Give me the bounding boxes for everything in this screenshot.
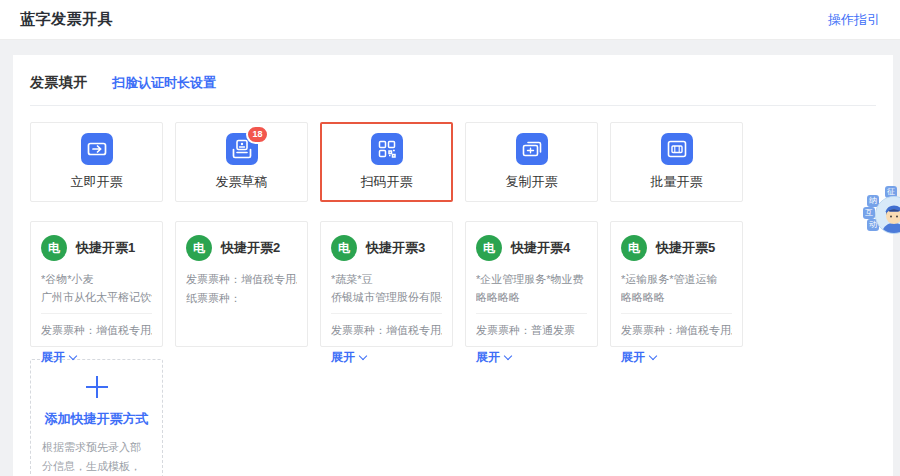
quick-card-detail: *运输服务*管道运输 略略略略 <box>621 270 732 306</box>
copy-ticket-icon <box>516 133 548 165</box>
tax-interaction-mascot[interactable]: 征 纳 互 动 <box>858 186 900 246</box>
paper-type-field: 纸票票种： <box>186 289 297 308</box>
draft-count-badge: 18 <box>246 125 268 144</box>
action-scan-code-invoicing[interactable]: 扫码开票 <box>320 122 453 202</box>
operation-guide-link[interactable]: 操作指引 <box>828 11 880 29</box>
quick-card-title: 快捷开票3 <box>366 239 425 257</box>
card-divider <box>41 313 152 314</box>
invoice-fill-panel: 发票填开 扫脸认证时长设置 立即开票 <box>13 55 893 476</box>
quick-card-title: 快捷开票2 <box>221 239 280 257</box>
top-bar: 蓝字发票开具 操作指引 <box>0 0 900 40</box>
quick-card-title: 快捷开票4 <box>511 239 570 257</box>
quick-card-title: 快捷开票1 <box>76 239 135 257</box>
action-label: 扫码开票 <box>361 173 413 191</box>
expand-link[interactable]: 展开 <box>476 349 511 366</box>
chevron-down-icon <box>359 352 367 360</box>
electronic-invoice-badge: 电 <box>331 235 357 261</box>
action-batch-invoicing[interactable]: 批量开票 <box>610 122 743 202</box>
chevron-down-icon <box>504 352 512 360</box>
chevron-down-icon <box>69 352 77 360</box>
add-card-title: 添加快捷开票方式 <box>42 410 151 428</box>
invoice-type-field: 发票票种：增值税专用发票 <box>186 270 297 289</box>
electronic-invoice-badge: 电 <box>621 235 647 261</box>
qr-code-icon <box>371 133 403 165</box>
quick-card-2[interactable]: 电 快捷开票2 发票票种：增值税专用发票 纸票票种： <box>175 221 308 347</box>
action-label: 发票草稿 <box>216 173 268 191</box>
action-label: 立即开票 <box>71 173 123 191</box>
quick-card-detail: *蔬菜*豆 侨银城市管理股份有限公司 <box>331 270 442 306</box>
add-quick-template-card[interactable]: 添加快捷开票方式 根据需求预先录入部分信息，生成模板，以便后续快捷开具发票。 <box>30 359 163 476</box>
mascot-char-chip: 互 <box>863 207 875 219</box>
action-invoice-drafts[interactable]: 18 发票草稿 <box>175 122 308 202</box>
electronic-invoice-badge: 电 <box>41 235 67 261</box>
card-divider <box>331 313 442 314</box>
quick-card-detail: *企业管理服务*物业费 略略略略 <box>476 270 587 306</box>
action-copy-invoicing[interactable]: 复制开票 <box>465 122 598 202</box>
page-title: 蓝字发票开具 <box>20 10 113 29</box>
invoice-actions-row: 立即开票 18 发票草稿 <box>30 122 876 202</box>
expand-link[interactable]: 展开 <box>331 349 366 366</box>
ticket-arrow-icon <box>81 133 113 165</box>
chevron-down-icon <box>649 352 657 360</box>
draft-tray-icon: 18 <box>226 133 258 165</box>
expand-link[interactable]: 展开 <box>41 349 76 366</box>
quick-card-3[interactable]: 电 快捷开票3 *蔬菜*豆 侨银城市管理股份有限公司 发票票种：增值税专用发票 … <box>320 221 453 347</box>
invoice-type-field: 发票票种：增值税专用发票 <box>621 321 732 340</box>
electronic-invoice-badge: 电 <box>186 235 212 261</box>
quick-card-title: 快捷开票5 <box>656 239 715 257</box>
invoice-type-field: 发票票种：普通发票 <box>476 321 587 340</box>
quick-card-1[interactable]: 电 快捷开票1 *谷物*小麦 广州市从化太平榕记饮食店 发票票种：增值税专用发票… <box>30 221 163 347</box>
electronic-invoice-badge: 电 <box>476 235 502 261</box>
plus-icon <box>86 376 108 398</box>
quick-template-row: 电 快捷开票1 *谷物*小麦 广州市从化太平榕记饮食店 发票票种：增值税专用发票… <box>30 221 876 347</box>
quick-card-detail: *谷物*小麦 广州市从化太平榕记饮食店 <box>41 270 152 306</box>
card-divider <box>476 313 587 314</box>
action-label: 批量开票 <box>651 173 703 191</box>
panel-header: 发票填开 扫脸认证时长设置 <box>30 74 876 92</box>
action-immediate-invoicing[interactable]: 立即开票 <box>30 122 163 202</box>
quick-card-4[interactable]: 电 快捷开票4 *企业管理服务*物业费 略略略略 发票票种：普通发票 展开 <box>465 221 598 347</box>
face-auth-duration-link[interactable]: 扫脸认证时长设置 <box>112 74 216 92</box>
card-divider <box>621 313 732 314</box>
invoice-type-field: 发票票种：增值税专用发票 <box>331 321 442 340</box>
header-divider <box>30 105 876 106</box>
expand-link[interactable]: 展开 <box>621 349 656 366</box>
action-label: 复制开票 <box>506 173 558 191</box>
add-card-description: 根据需求预先录入部分信息，生成模板，以便后续快捷开具发票。 <box>42 438 151 476</box>
quick-card-5[interactable]: 电 快捷开票5 *运输服务*管道运输 略略略略 发票票种：增值税专用发票 展开 <box>610 221 743 347</box>
invoice-type-field: 发票票种：增值税专用发票 <box>41 321 152 340</box>
batch-ticket-icon <box>661 133 693 165</box>
section-title: 发票填开 <box>30 74 88 92</box>
